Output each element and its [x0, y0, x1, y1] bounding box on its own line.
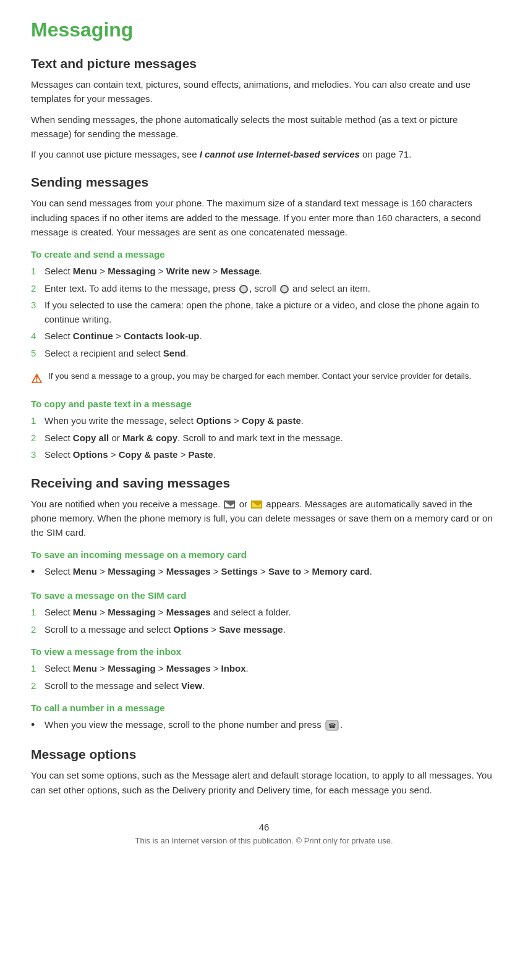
section-sending: Sending messages You can send messages f…: [31, 175, 497, 462]
step-num-2: 2: [31, 282, 45, 296]
para-receiving: You are notified when you receive a mess…: [31, 497, 497, 540]
bullets-call-number: • When you view the message, scroll to t…: [31, 718, 497, 733]
cp-step-num-3: 3: [31, 448, 45, 462]
warning-text: If you send a message to a group, you ma…: [48, 370, 471, 382]
inbox-step-1: 1 Select Menu > Messaging > Messages > I…: [31, 662, 497, 676]
section-title-message-options: Message options: [31, 747, 497, 762]
step-3: 3 If you selected to use the camera: ope…: [31, 298, 497, 326]
bullets-save-memory: • Select Menu > Messaging > Messages > S…: [31, 565, 497, 580]
subsection-view-inbox: To view a message from the inbox 1 Selec…: [31, 646, 497, 693]
section-message-options: Message options You can set some options…: [31, 747, 497, 797]
steps-copy-paste: 1 When you write the message, select Opt…: [31, 414, 497, 462]
subsection-title-create-send: To create and send a message: [31, 249, 497, 260]
inbox-step-text-2: Scroll to the message and select View.: [45, 679, 497, 693]
para-cannot-use: If you cannot use picture messages, see …: [31, 147, 497, 161]
cp-step-text-2: Select Copy all or Mark & copy. Scroll t…: [45, 431, 497, 446]
steps-create-send: 1 Select Menu > Messaging > Write new > …: [31, 264, 497, 360]
section-title-text-picture: Text and picture messages: [31, 56, 497, 71]
inbox-step-num-2: 2: [31, 679, 45, 693]
cp-step-num-1: 1: [31, 414, 45, 428]
step-text-1: Select Menu > Messaging > Write new > Me…: [45, 264, 497, 279]
envelope-icon-yellow: [251, 501, 262, 509]
section-text-picture: Text and picture messages Messages can c…: [31, 56, 497, 161]
envelope-icon: [224, 501, 235, 509]
para-message-options: You can set some options, such as the Me…: [31, 768, 497, 797]
link-internet-services: I cannot use Internet-based services: [200, 149, 360, 159]
page-title: Messaging: [31, 19, 497, 41]
bullet-text-call-number: When you view the message, scroll to the…: [45, 718, 497, 732]
cp-step-num-2: 2: [31, 431, 45, 446]
step-1: 1 Select Menu > Messaging > Write new > …: [31, 264, 497, 279]
subsection-title-view-inbox: To view a message from the inbox: [31, 646, 497, 657]
warning-icon: ⚠: [31, 371, 48, 386]
section-title-sending: Sending messages: [31, 175, 497, 190]
cp-step-text-1: When you write the message, select Optio…: [45, 414, 497, 428]
page-content: Messaging Text and picture messages Mess…: [0, 0, 528, 870]
subsection-title-copy-paste: To copy and paste text in a message: [31, 399, 497, 409]
step-text-5: Select a recipient and select Send.: [45, 347, 497, 361]
subsection-create-send: To create and send a message 1 Select Me…: [31, 249, 497, 389]
sim-step-2: 2 Scroll to a message and select Options…: [31, 623, 497, 637]
svg-text:☎: ☎: [328, 722, 336, 729]
step-text-2: Enter text. To add items to the message,…: [45, 282, 497, 296]
joystick-scroll-icon: [280, 285, 289, 294]
sim-step-text-2: Scroll to a message and select Options >…: [45, 623, 497, 637]
bullet-dot-1: •: [31, 564, 45, 580]
subsection-title-call-number: To call a number in a message: [31, 703, 497, 713]
section-title-receiving: Receiving and saving messages: [31, 476, 497, 491]
cp-step-text-3: Select Options > Copy & paste > Paste.: [45, 448, 497, 462]
step-num-3: 3: [31, 298, 45, 313]
step-num-5: 5: [31, 347, 45, 361]
para-sending-info: You can send messages from your phone. T…: [31, 196, 497, 239]
step-4: 4 Select Continue > Contacts look-up.: [31, 329, 497, 344]
steps-save-sim: 1 Select Menu > Messaging > Messages and…: [31, 606, 497, 636]
call-icon: ☎: [325, 720, 339, 731]
subsection-title-save-sim: To save a message on the SIM card: [31, 590, 497, 601]
subsection-call-number: To call a number in a message • When you…: [31, 703, 497, 733]
bullet-call-number: • When you view the message, scroll to t…: [31, 718, 497, 733]
steps-view-inbox: 1 Select Menu > Messaging > Messages > I…: [31, 662, 497, 693]
cp-step-1: 1 When you write the message, select Opt…: [31, 414, 497, 428]
sim-step-num-1: 1: [31, 606, 45, 620]
sim-step-num-2: 2: [31, 623, 45, 637]
bullet-dot-call: •: [31, 717, 45, 733]
step-text-3: If you selected to use the camera: open …: [45, 298, 497, 326]
sim-step-1: 1 Select Menu > Messaging > Messages and…: [31, 606, 497, 620]
bullet-text-save-memory: Select Menu > Messaging > Messages > Set…: [45, 565, 497, 579]
sim-step-text-1: Select Menu > Messaging > Messages and s…: [45, 606, 497, 620]
step-num-4: 4: [31, 329, 45, 344]
para-templates: Messages can contain text, pictures, sou…: [31, 77, 497, 106]
inbox-step-text-1: Select Menu > Messaging > Messages > Inb…: [45, 662, 497, 676]
page-footer: 46 This is an Internet version of this p…: [31, 822, 497, 845]
subsection-save-sim: To save a message on the SIM card 1 Sele…: [31, 590, 497, 636]
footer-copyright: This is an Internet version of this publ…: [31, 836, 497, 845]
subsection-title-save-memory: To save an incoming message on a memory …: [31, 549, 497, 560]
subsection-copy-paste: To copy and paste text in a message 1 Wh…: [31, 399, 497, 462]
subsection-save-memory-card: To save an incoming message on a memory …: [31, 549, 497, 580]
cp-step-2: 2 Select Copy all or Mark & copy. Scroll…: [31, 431, 497, 446]
section-receiving: Receiving and saving messages You are no…: [31, 476, 497, 734]
inbox-step-2: 2 Scroll to the message and select View.: [31, 679, 497, 693]
step-5: 5 Select a recipient and select Send.: [31, 347, 497, 361]
step-num-1: 1: [31, 264, 45, 279]
inbox-step-num-1: 1: [31, 662, 45, 676]
warning-box: ⚠ If you send a message to a group, you …: [31, 368, 497, 389]
step-text-4: Select Continue > Contacts look-up.: [45, 329, 497, 344]
cp-step-3: 3 Select Options > Copy & paste > Paste.: [31, 448, 497, 462]
bullet-save-memory: • Select Menu > Messaging > Messages > S…: [31, 565, 497, 580]
page-number: 46: [31, 822, 497, 832]
joystick-icon: [239, 285, 248, 294]
para-sending-method: When sending messages, the phone automat…: [31, 112, 497, 142]
step-2: 2 Enter text. To add items to the messag…: [31, 282, 497, 296]
